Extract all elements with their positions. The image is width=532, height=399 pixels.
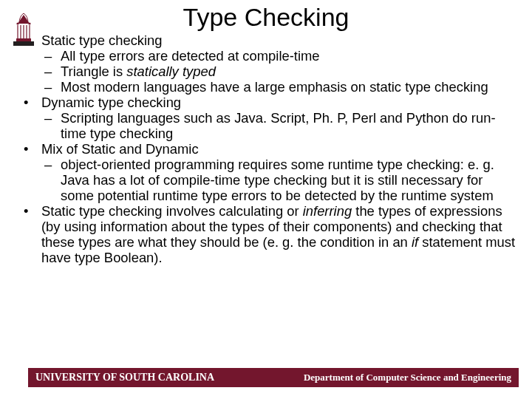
svg-point-9 bbox=[22, 20, 24, 22]
list-item: • Static type checking involves calculat… bbox=[24, 204, 519, 266]
footer-department: Department of Computer Science and Engin… bbox=[304, 372, 511, 383]
list-item: – object-oriented programming requires s… bbox=[44, 157, 519, 204]
footer-bar: UNIVERSITY OF SOUTH CAROLINA Department … bbox=[28, 368, 519, 387]
svg-rect-1 bbox=[16, 38, 31, 41]
svg-point-10 bbox=[25, 21, 27, 23]
dash-icon: – bbox=[44, 80, 61, 95]
list-item: • Static type checking bbox=[24, 33, 519, 49]
list-text: Static type checking involves calculatin… bbox=[41, 204, 519, 266]
bullet-icon: • bbox=[24, 95, 41, 111]
list-item: • Dynamic type checking bbox=[24, 95, 519, 111]
list-text: Triangle is statically typed bbox=[61, 64, 519, 80]
dash-icon: – bbox=[44, 157, 61, 204]
list-text: Mix of Static and Dynamic bbox=[41, 142, 519, 157]
list-text: Static type checking bbox=[41, 33, 519, 49]
list-item: – All type errors are detected at compil… bbox=[44, 49, 519, 64]
svg-point-7 bbox=[16, 22, 18, 24]
list-item: – Scripting languages such as Java. Scri… bbox=[44, 111, 519, 142]
dash-icon: – bbox=[44, 111, 61, 142]
list-text: Most modern languages have a large empha… bbox=[61, 80, 519, 95]
dash-icon: – bbox=[44, 64, 61, 80]
list-text: object-oriented programming requires som… bbox=[61, 157, 519, 204]
university-logo bbox=[9, 9, 38, 47]
dash-icon: – bbox=[44, 49, 61, 64]
svg-point-8 bbox=[19, 21, 21, 23]
slide-content: • Static type checking – All type errors… bbox=[0, 33, 532, 266]
svg-point-11 bbox=[28, 22, 30, 24]
slide-title: Type Checking bbox=[0, 0, 532, 32]
bullet-icon: • bbox=[24, 142, 41, 157]
list-text: All type errors are detected at compile-… bbox=[61, 49, 519, 64]
list-text: Dynamic type checking bbox=[41, 95, 519, 111]
list-item: – Most modern languages have a large emp… bbox=[44, 80, 519, 95]
list-item: – Triangle is statically typed bbox=[44, 64, 519, 80]
svg-rect-0 bbox=[13, 41, 34, 46]
footer-university: UNIVERSITY OF SOUTH CAROLINA bbox=[35, 372, 214, 383]
bullet-icon: • bbox=[24, 204, 41, 266]
list-item: • Mix of Static and Dynamic bbox=[24, 142, 519, 157]
list-text: Scripting languages such as Java. Script… bbox=[61, 111, 519, 142]
